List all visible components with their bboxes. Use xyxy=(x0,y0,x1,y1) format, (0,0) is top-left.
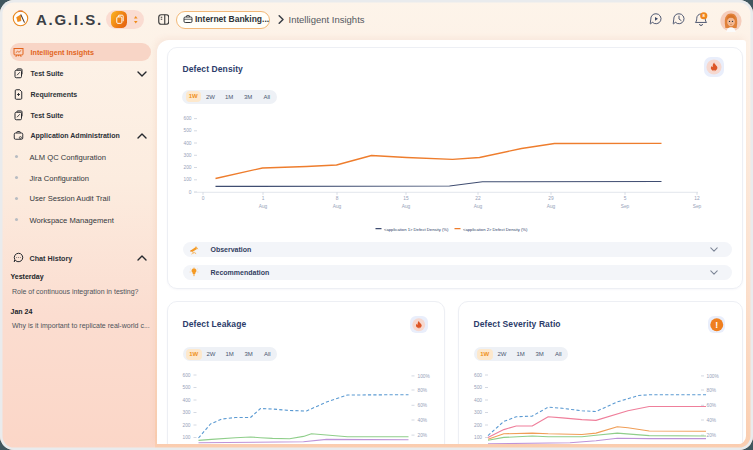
svg-text:600: 600 xyxy=(182,373,190,378)
svg-text:60%: 60% xyxy=(417,403,427,408)
svg-text:20%: 20% xyxy=(417,433,427,438)
svg-text:500: 500 xyxy=(182,385,190,390)
svg-text:200: 200 xyxy=(183,165,191,170)
svg-text:0: 0 xyxy=(201,196,204,201)
svg-text:600: 600 xyxy=(474,373,482,378)
svg-text:Sep: Sep xyxy=(692,204,701,209)
svg-text:Aug: Aug xyxy=(332,204,341,209)
svg-text:Aug: Aug xyxy=(401,204,410,209)
svg-text:15: 15 xyxy=(403,196,409,201)
svg-text:40%: 40% xyxy=(707,418,717,423)
svg-text:22: 22 xyxy=(475,196,481,201)
svg-text:29: 29 xyxy=(548,196,554,201)
svg-text:500: 500 xyxy=(183,128,191,133)
svg-text:12: 12 xyxy=(694,196,700,201)
svg-text:600: 600 xyxy=(183,116,191,121)
svg-text:100%: 100% xyxy=(417,374,430,379)
svg-text:100: 100 xyxy=(182,435,190,440)
svg-text:200: 200 xyxy=(182,423,190,428)
svg-text:300: 300 xyxy=(474,410,482,415)
svg-text:Aug: Aug xyxy=(546,204,555,209)
svg-text:80%: 80% xyxy=(707,388,717,393)
svg-text:100%: 100% xyxy=(707,374,720,379)
svg-text:0: 0 xyxy=(188,190,191,195)
svg-text:200: 200 xyxy=(474,423,482,428)
svg-text:Aug: Aug xyxy=(473,204,482,209)
svg-text:<application 1> Defect Density: <application 1> Defect Density (%) xyxy=(384,227,449,232)
svg-text:Sep: Sep xyxy=(620,204,629,209)
svg-text:1: 1 xyxy=(261,196,264,201)
svg-text:8: 8 xyxy=(335,196,338,201)
svg-text:400: 400 xyxy=(182,398,190,403)
svg-text:5: 5 xyxy=(623,196,626,201)
svg-text:80%: 80% xyxy=(417,388,427,393)
svg-text:100: 100 xyxy=(183,177,191,182)
svg-text:20%: 20% xyxy=(707,433,717,438)
svg-text:300: 300 xyxy=(182,410,190,415)
svg-text:60%: 60% xyxy=(707,403,717,408)
svg-text:<application 2> Defect Density: <application 2> Defect Density (%) xyxy=(463,227,528,232)
svg-text:300: 300 xyxy=(183,153,191,158)
svg-text:100: 100 xyxy=(474,435,482,440)
svg-text:Aug: Aug xyxy=(258,204,267,209)
svg-text:500: 500 xyxy=(474,385,482,390)
svg-text:40%: 40% xyxy=(417,418,427,423)
svg-text:400: 400 xyxy=(474,398,482,403)
svg-text:!: ! xyxy=(715,319,718,329)
svg-text:400: 400 xyxy=(183,141,191,146)
